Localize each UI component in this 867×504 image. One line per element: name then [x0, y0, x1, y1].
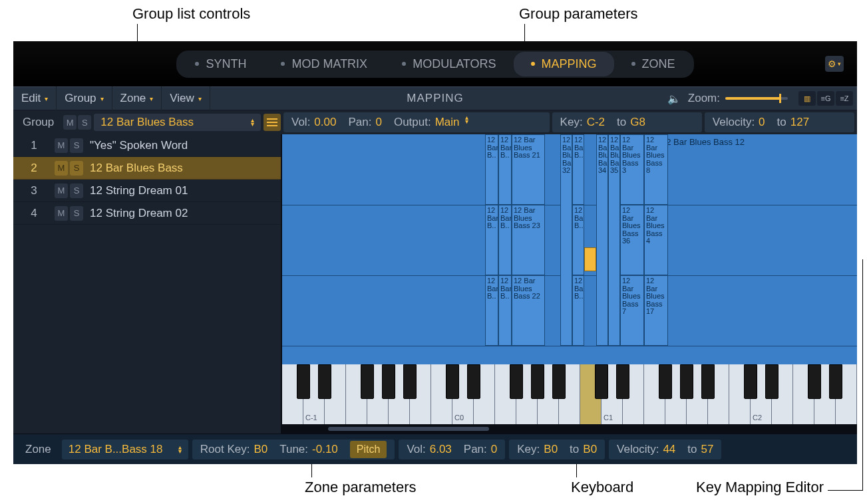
- zone-box[interactable]: 12 Bar Blues Bass 23: [512, 205, 545, 275]
- tab-mapping[interactable]: MAPPING: [514, 52, 614, 76]
- tab-modulators[interactable]: MODULATORS: [385, 52, 513, 76]
- chevron-down-icon: ▾: [198, 95, 202, 102]
- group-vol-value[interactable]: 0.00: [314, 116, 336, 129]
- gear-menu[interactable]: ⚙▾: [825, 56, 844, 72]
- zone-box[interactable]: 12 Bar B..: [572, 134, 584, 205]
- solo-button[interactable]: S: [70, 161, 83, 176]
- zone-box[interactable]: 12 Bar Blues Bass 17: [644, 275, 668, 346]
- zone-grid[interactable]: 12 Bar Blues Bass 12 12 Bar B.. 12 Bar B…: [282, 134, 857, 364]
- group-vel-to[interactable]: 127: [790, 116, 809, 129]
- view-mapping-button[interactable]: ▥: [798, 91, 816, 106]
- zoom-slider[interactable]: [725, 97, 788, 100]
- zone-box[interactable]: 12 Bar B..: [572, 205, 584, 275]
- zone-name-selector[interactable]: 12 Bar B...Bass 18 ▴▾: [62, 440, 188, 459]
- black-key[interactable]: [808, 364, 821, 399]
- callout-keyboard: Keyboard: [571, 479, 633, 496]
- view-group-list-button[interactable]: ≡G: [817, 91, 834, 106]
- group-list-row[interactable]: 4 MS 12 String Dream 02: [13, 202, 281, 225]
- black-key[interactable]: [829, 364, 842, 399]
- black-key[interactable]: [680, 364, 693, 399]
- horizontal-scrollbar[interactable]: [282, 424, 857, 434]
- black-key[interactable]: [744, 364, 757, 399]
- zone-box[interactable]: 12 Bar Blues Bass 7: [620, 275, 644, 346]
- scrollbar-thumb[interactable]: [328, 427, 489, 431]
- solo-button[interactable]: S: [70, 206, 83, 221]
- zone-tune[interactable]: -0.10: [312, 443, 338, 456]
- zoom-thumb[interactable]: [779, 94, 781, 103]
- black-key[interactable]: [765, 364, 779, 399]
- zone-box[interactable]: 12 Bar Blues Bass 34: [596, 134, 608, 346]
- zone-key-to[interactable]: B0: [583, 443, 597, 456]
- black-key[interactable]: [552, 364, 566, 399]
- black-key[interactable]: [531, 364, 544, 399]
- group-pan-value[interactable]: 0: [375, 116, 381, 129]
- zone-box[interactable]: 12 Bar B..: [498, 205, 512, 275]
- zone-box[interactable]: 12 Bar B..: [498, 275, 512, 346]
- tab-zone[interactable]: ZONE: [614, 52, 693, 76]
- group-vel-from[interactable]: 0: [759, 116, 765, 129]
- menu-group[interactable]: Group▾: [57, 86, 112, 110]
- zone-pan[interactable]: 0: [491, 443, 497, 456]
- callout-line: [828, 490, 863, 491]
- group-solo-button[interactable]: S: [78, 115, 91, 130]
- group-label: Group: [16, 116, 61, 129]
- group-list-row[interactable]: 1 MS "Yes" Spoken Word: [13, 134, 281, 157]
- tab-synth[interactable]: SYNTH: [178, 52, 263, 76]
- zone-box[interactable]: 12 Bar B..: [572, 275, 584, 346]
- group-key-to[interactable]: G8: [630, 116, 645, 129]
- black-key[interactable]: [595, 364, 608, 399]
- zone-box[interactable]: 12 Bar B..: [485, 205, 498, 275]
- group-mute-button[interactable]: M: [63, 115, 77, 130]
- zone-root-key[interactable]: B0: [254, 443, 267, 456]
- black-key[interactable]: [318, 364, 331, 399]
- group-list-row[interactable]: 3 MS 12 String Dream 01: [13, 180, 281, 202]
- black-key[interactable]: [467, 364, 480, 399]
- zone-box[interactable]: 12 Bar B..: [498, 134, 512, 205]
- menu-view[interactable]: View▾: [162, 86, 210, 110]
- zone-box[interactable]: 12 Bar Blues Bass 22: [512, 275, 545, 346]
- black-key[interactable]: [446, 364, 459, 399]
- black-key[interactable]: [361, 364, 374, 399]
- menu-right: 🔈 Zoom: ▥ ≡G ≡Z: [665, 91, 853, 106]
- black-key[interactable]: [403, 364, 417, 399]
- mute-button[interactable]: M: [55, 138, 68, 153]
- zone-vel-to[interactable]: 57: [701, 443, 714, 456]
- zone-box[interactable]: 12 Bar B..: [485, 275, 498, 346]
- zone-vel-from[interactable]: 44: [663, 443, 675, 456]
- zone-box[interactable]: 12 Bar Blues Bass 36: [620, 205, 644, 275]
- solo-button[interactable]: S: [70, 138, 83, 153]
- zone-box[interactable]: 12 Bar Blues Bass 32: [560, 134, 572, 346]
- zone-box[interactable]: 12 Bar Blues Bass 35: [608, 134, 620, 346]
- zone-vol[interactable]: 6.03: [430, 443, 452, 456]
- solo-button[interactable]: S: [70, 184, 83, 198]
- zone-selected[interactable]: [584, 247, 596, 271]
- group-key-from[interactable]: C-2: [587, 116, 605, 129]
- zone-box[interactable]: 12 Bar Blues Bass 8: [644, 134, 668, 205]
- group-list-toggle[interactable]: [263, 114, 281, 131]
- zone-pitch-button[interactable]: Pitch: [350, 441, 387, 458]
- black-key[interactable]: [659, 364, 672, 399]
- zone-box[interactable]: 12 Bar Blues Bass 21: [512, 134, 545, 205]
- pane-title: MAPPING: [407, 92, 463, 105]
- audition-button[interactable]: 🔈: [665, 91, 683, 106]
- mute-button[interactable]: M: [55, 206, 68, 221]
- mute-button[interactable]: M: [55, 184, 68, 198]
- black-key[interactable]: [382, 364, 395, 399]
- black-key[interactable]: [297, 364, 310, 399]
- mute-button[interactable]: M: [55, 161, 68, 176]
- zone-key-from[interactable]: B0: [544, 443, 558, 456]
- view-zone-list-button[interactable]: ≡Z: [836, 91, 853, 106]
- group-name-selector[interactable]: 12 Bar Blues Bass ▴▾: [94, 114, 261, 131]
- black-key[interactable]: [616, 364, 629, 399]
- black-key[interactable]: [701, 364, 715, 399]
- group-list-row[interactable]: 2 MS 12 Bar Blues Bass: [13, 157, 281, 180]
- menu-zone[interactable]: Zone▾: [112, 86, 162, 110]
- zone-box[interactable]: 12 Bar Blues Bass 4: [644, 205, 668, 275]
- menu-edit[interactable]: Edit▾: [13, 86, 57, 110]
- keyboard[interactable]: C-1C0C1C2: [282, 364, 857, 424]
- tab-mod-matrix[interactable]: MOD MATRIX: [263, 52, 385, 76]
- group-output-value[interactable]: Main: [435, 116, 460, 129]
- zone-box[interactable]: 12 Bar B..: [485, 134, 498, 205]
- zone-box[interactable]: 12 Bar Blues Bass 3: [620, 134, 644, 205]
- black-key[interactable]: [510, 364, 523, 399]
